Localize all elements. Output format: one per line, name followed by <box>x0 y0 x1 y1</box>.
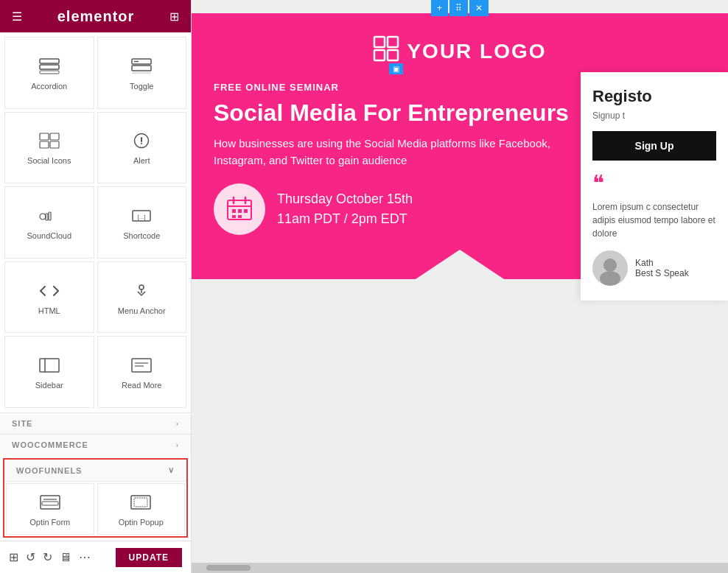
accordion-icon <box>39 58 60 77</box>
canvas-scrollbar[interactable] <box>192 563 728 573</box>
logo-text: YOUR LOGO <box>407 40 546 63</box>
optin-form-label: Optin Form <box>29 518 70 527</box>
top-bar: + ⠿ ✕ <box>431 0 489 16</box>
widget-alert[interactable]: Alert <box>97 112 187 184</box>
widget-optin-popup[interactable]: Optin Popup <box>97 483 186 535</box>
close-section-button[interactable]: ✕ <box>469 0 489 16</box>
svg-rect-9 <box>40 141 49 148</box>
hamburger-icon[interactable]: ☰ <box>12 10 22 24</box>
author-role: Best S Speak <box>635 268 689 278</box>
svg-rect-43 <box>238 215 242 218</box>
woofunnels-grid: Optin Form Optin Popup <box>4 482 186 536</box>
grid-icon[interactable]: ⊞ <box>169 10 179 24</box>
author-avatar <box>592 250 628 286</box>
widget-shortcode[interactable]: [...] Shortcode <box>97 186 187 259</box>
sidebar-footer: ⊞ ↺ ↻ 🖥 ⋯ UPDATE <box>0 541 191 573</box>
svg-rect-10 <box>50 141 59 148</box>
widget-accordion[interactable]: Accordion <box>4 37 94 109</box>
svg-rect-28 <box>42 502 58 505</box>
svg-rect-33 <box>374 50 385 60</box>
svg-rect-0 <box>40 59 59 63</box>
lorem-text: Lorem ipsum c consectetur adipis eiusmod… <box>592 200 716 240</box>
sidebar-widget-label: Sidebar <box>35 381 63 390</box>
svg-point-45 <box>603 259 617 272</box>
toggle-icon <box>131 58 152 77</box>
footer-icons: ⊞ ↺ ↻ 🖥 ⋯ <box>9 550 91 564</box>
drag-button[interactable]: ⠿ <box>449 0 468 16</box>
sign-up-button[interactable]: Sign Up <box>592 131 716 161</box>
svg-rect-1 <box>40 65 59 69</box>
alert-label: Alert <box>133 156 150 165</box>
svg-rect-32 <box>388 37 398 47</box>
svg-rect-39 <box>232 209 236 213</box>
shortcode-icon: [...] <box>131 208 152 227</box>
woofunnels-header[interactable]: WOOFUNNELS ∨ <box>4 460 186 482</box>
calendar-icon <box>214 183 265 235</box>
logo-icon <box>373 35 399 67</box>
scrollbar-thumb[interactable] <box>206 565 251 571</box>
svg-rect-34 <box>388 50 398 60</box>
svg-text:[...]: [...] <box>138 214 146 220</box>
widget-html[interactable]: HTML <box>4 261 94 334</box>
register-panel: Registo Signup t Sign Up ❝ Lorem ipsum c… <box>581 72 728 300</box>
section-site[interactable]: SITE › <box>0 412 191 434</box>
elementor-logo: elementor <box>57 8 135 25</box>
widget-social-icons[interactable]: Social Icons <box>4 112 94 184</box>
svg-rect-15 <box>46 214 48 220</box>
menu-anchor-icon <box>133 283 150 302</box>
social-icons-label: Social Icons <box>27 156 71 165</box>
undo-icon[interactable]: ↺ <box>26 550 35 564</box>
svg-rect-8 <box>50 133 59 140</box>
add-section-button[interactable]: + <box>431 0 448 16</box>
author-row: Kath Best S Speak <box>592 250 716 286</box>
responsive-icon[interactable]: 🖥 <box>60 551 71 564</box>
sidebar-header: ☰ elementor ⊞ <box>0 0 191 32</box>
widget-sidebar[interactable]: Sidebar <box>4 336 94 408</box>
woocommerce-arrow: › <box>176 441 179 449</box>
optin-form-icon <box>40 494 60 513</box>
woocommerce-label: WOOCOMMERCE <box>12 440 88 449</box>
site-label: SITE <box>12 419 32 428</box>
seminar-date-info: Thursday October 15th 11am PDT / 2pm EDT <box>277 189 413 229</box>
register-subtitle: Signup t <box>592 110 716 121</box>
widget-read-more[interactable]: Read More <box>97 336 187 408</box>
widget-menu-anchor[interactable]: Menu Anchor <box>97 261 187 334</box>
optin-popup-label: Optin Popup <box>119 518 164 527</box>
read-more-icon <box>131 357 152 376</box>
alert-icon <box>133 133 150 152</box>
update-button[interactable]: UPDATE <box>116 548 182 567</box>
soundcloud-icon <box>39 208 60 227</box>
svg-rect-31 <box>374 37 385 47</box>
layers-icon[interactable]: ⊞ <box>9 550 18 564</box>
author-name: Kath <box>635 258 689 268</box>
svg-rect-16 <box>49 212 51 220</box>
svg-rect-2 <box>40 71 59 74</box>
svg-point-19 <box>139 285 144 289</box>
author-info: Kath Best S Speak <box>635 258 689 278</box>
redo-icon[interactable]: ↻ <box>43 550 52 564</box>
widget-soundcloud[interactable]: SoundCloud <box>4 186 94 259</box>
soundcloud-label: SoundCloud <box>27 231 71 240</box>
svg-point-14 <box>40 214 46 219</box>
widget-toggle[interactable]: Toggle <box>97 37 187 109</box>
more-icon[interactable]: ⋯ <box>79 550 91 564</box>
woofunnels-arrow: ∨ <box>168 465 175 475</box>
svg-rect-30 <box>134 498 147 507</box>
svg-rect-23 <box>132 359 151 372</box>
svg-rect-21 <box>40 359 59 372</box>
social-icons-icon <box>39 133 60 152</box>
section-woocommerce[interactable]: WOOCOMMERCE › <box>0 434 191 455</box>
sidebar-widget-icon <box>39 357 60 376</box>
shortcode-label: Shortcode <box>123 231 160 240</box>
optin-popup-icon <box>130 494 151 513</box>
toggle-label: Toggle <box>130 82 153 91</box>
html-label: HTML <box>38 306 60 315</box>
html-icon <box>39 283 60 302</box>
svg-rect-7 <box>40 133 49 140</box>
site-arrow: › <box>176 420 179 428</box>
svg-rect-41 <box>244 209 248 213</box>
svg-rect-42 <box>232 215 236 218</box>
read-more-label: Read More <box>122 381 161 390</box>
column-handle[interactable]: ▣ <box>389 63 403 74</box>
widget-optin-form[interactable]: Optin Form <box>6 483 94 535</box>
